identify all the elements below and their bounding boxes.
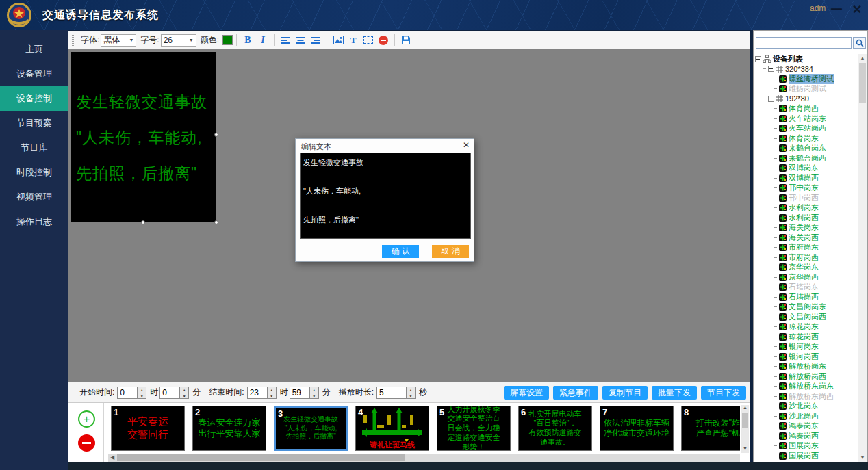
- scrollbar-thumb[interactable]: [742, 413, 748, 428]
- close-button[interactable]: ✕: [850, 3, 864, 16]
- sidebar-item-program-plan[interactable]: 节目预案: [0, 111, 68, 135]
- tree-label[interactable]: 邗中岗东: [789, 183, 819, 193]
- sidebar-item-operation-log[interactable]: 操作日志: [0, 209, 68, 234]
- resize-handle-corner[interactable]: [214, 220, 218, 224]
- sidebar-item-video-management[interactable]: 视频管理: [0, 185, 68, 209]
- program-thumbnail-5[interactable]: 5大力开展秋冬季交通安全整治百日会战，全力稳定道路交通安全形势！: [437, 406, 511, 451]
- tree-label[interactable]: 海关岗西: [789, 233, 819, 243]
- tree-label[interactable]: 琼花岗东: [789, 322, 819, 332]
- insert-text-button[interactable]: T: [347, 34, 359, 47]
- start-minute-stepper[interactable]: ▲▼: [180, 387, 189, 399]
- resize-handle-right[interactable]: [214, 133, 218, 137]
- align-left-button[interactable]: [279, 34, 292, 47]
- copy-program-button[interactable]: 复制节目: [602, 386, 648, 400]
- tree-label[interactable]: 邗中岗西: [789, 193, 819, 203]
- tree-label[interactable]: 火车站岗西: [789, 123, 826, 133]
- tree-label[interactable]: 解放桥东岗东: [789, 381, 834, 391]
- align-right-button[interactable]: [309, 34, 322, 47]
- remove-program-button[interactable]: [78, 434, 95, 452]
- horizontal-scrollbar[interactable]: ◀: [108, 454, 740, 462]
- tree-label[interactable]: 海关岗东: [789, 222, 819, 233]
- program-thumbnail-2[interactable]: 2春运安全连万家出行平安靠大家: [192, 406, 266, 451]
- font-size-select[interactable]: 26 ▼: [161, 34, 196, 47]
- delete-item-button[interactable]: [377, 34, 390, 47]
- tree-label[interactable]: 文昌阁岗东: [789, 302, 826, 312]
- tree-label[interactable]: 双博岗东: [789, 163, 819, 173]
- program-thumbnail-3[interactable]: 3发生轻微交通事故"人未伤，车能动,先拍照，后撤离": [274, 406, 348, 451]
- minimize-button[interactable]: —: [830, 4, 843, 16]
- tree-label[interactable]: 国展岗西: [789, 451, 819, 461]
- scroll-left-icon[interactable]: ◀: [108, 454, 116, 462]
- tree-collapse-toggle[interactable]: [768, 96, 774, 102]
- sidebar-item-device-management[interactable]: 设备管理: [0, 62, 68, 86]
- tree-label[interactable]: 体育岗西: [789, 103, 819, 114]
- tree-label[interactable]: 来鹤台岗东: [789, 143, 826, 153]
- program-thumbnail-8[interactable]: 8打击改装"炸严查严惩"机: [681, 406, 740, 451]
- duration-input[interactable]: [376, 387, 407, 399]
- tree-label[interactable]: 解放桥岗东: [789, 361, 826, 371]
- end-hour-stepper[interactable]: ▲▼: [268, 387, 277, 399]
- tree-label[interactable]: 京华岗西: [789, 272, 819, 283]
- confirm-button[interactable]: 确 认: [382, 245, 419, 258]
- device-tree-scrollbar[interactable]: ▲ ▼: [858, 54, 867, 462]
- tree-label[interactable]: 沙北岗东: [789, 401, 819, 411]
- add-program-button[interactable]: +: [78, 410, 95, 428]
- batch-send-button[interactable]: 批量下发: [652, 386, 697, 400]
- sidebar-item-device-control[interactable]: 设备控制: [0, 86, 68, 111]
- tree-label[interactable]: 双博岗西: [789, 173, 819, 183]
- screen-settings-button[interactable]: 屏幕设置: [504, 386, 549, 400]
- scroll-down-icon[interactable]: ▼: [858, 454, 867, 462]
- start-hour-input[interactable]: [117, 387, 138, 399]
- tree-label[interactable]: 京华岗东: [789, 262, 819, 272]
- dialog-close-icon[interactable]: ✕: [463, 140, 470, 150]
- tree-label[interactable]: 国展岗东: [789, 441, 819, 451]
- tree-label[interactable]: 市府岗东: [789, 242, 819, 252]
- end-minute-input[interactable]: [290, 387, 310, 399]
- program-thumbnail-4[interactable]: 4请礼让斑马线: [355, 406, 429, 451]
- tree-label[interactable]: 火车站岗东: [789, 114, 826, 124]
- program-thumbnail-7[interactable]: 7依法治理非标车辆净化城市交通环境: [600, 406, 674, 451]
- start-hour-stepper[interactable]: ▲▼: [138, 387, 146, 399]
- sidebar-item-program-library[interactable]: 节目库: [0, 135, 68, 160]
- sidebar-item-schedule-control[interactable]: 时段控制: [0, 160, 68, 185]
- toolbar-grip[interactable]: [72, 35, 74, 46]
- tree-label[interactable]: 鸿泰岗西: [789, 431, 819, 441]
- program-thumbnail-6[interactable]: 6扎实开展电动车"百日整治"，有效预防道路交通事故。: [518, 406, 592, 451]
- tree-label[interactable]: 市府岗西: [789, 252, 819, 263]
- start-minute-input[interactable]: [159, 387, 180, 399]
- tree-label[interactable]: 192*80: [785, 94, 809, 103]
- tree-label[interactable]: 解放桥东岗西: [789, 391, 834, 402]
- program-thumbnail-1[interactable]: 1平安春运交警同行: [111, 406, 185, 451]
- vertical-scrollbar[interactable]: ▲ ▼: [741, 405, 749, 453]
- program-send-button[interactable]: 节目下发: [701, 386, 746, 400]
- tree-label[interactable]: 水利岗东: [789, 203, 819, 213]
- tree-label[interactable]: 沙北岗西: [789, 411, 819, 421]
- tree-label[interactable]: 体育岗东: [789, 133, 819, 144]
- scrollbar-thumb[interactable]: [859, 63, 866, 103]
- cancel-button[interactable]: 取 消: [432, 245, 469, 258]
- duration-stepper[interactable]: ▲▼: [407, 387, 416, 399]
- tree-label[interactable]: 文昌阁岗西: [789, 312, 826, 322]
- resize-handle-bottom[interactable]: [141, 220, 145, 224]
- led-preview-panel[interactable]: 发生轻微交通事故 "人未伤，车能动, 先拍照，后撤离": [71, 52, 216, 222]
- fit-screen-button[interactable]: [362, 34, 374, 47]
- scroll-up-icon[interactable]: ▲: [741, 405, 749, 412]
- end-hour-input[interactable]: [247, 387, 268, 399]
- username-label[interactable]: adm: [810, 3, 826, 13]
- tree-label[interactable]: 石塔岗东: [789, 282, 819, 292]
- align-center-button[interactable]: [294, 34, 307, 47]
- tree-collapse-toggle[interactable]: [768, 66, 774, 72]
- scroll-down-icon[interactable]: ▼: [741, 446, 749, 453]
- insert-image-button[interactable]: [332, 34, 344, 47]
- sidebar-item-home[interactable]: 主页: [0, 37, 68, 62]
- scroll-up-icon[interactable]: ▲: [858, 54, 867, 62]
- dialog-textarea[interactable]: 发生轻微交通事故"人未伤，车能动,先拍照，后撤离": [300, 153, 471, 239]
- tree-label[interactable]: 水利岗西: [789, 213, 819, 223]
- tree-label[interactable]: 320*384: [785, 65, 813, 73]
- tree-label[interactable]: 维扬岗测试: [789, 83, 826, 94]
- tree-label[interactable]: 设备列表: [773, 54, 803, 64]
- tree-label[interactable]: 来鹤台岗西: [789, 153, 826, 164]
- font-select[interactable]: 黑体 ▼: [101, 34, 136, 47]
- tree-label[interactable]: 螺丝湾桥测试: [789, 74, 834, 84]
- search-button[interactable]: [853, 37, 866, 49]
